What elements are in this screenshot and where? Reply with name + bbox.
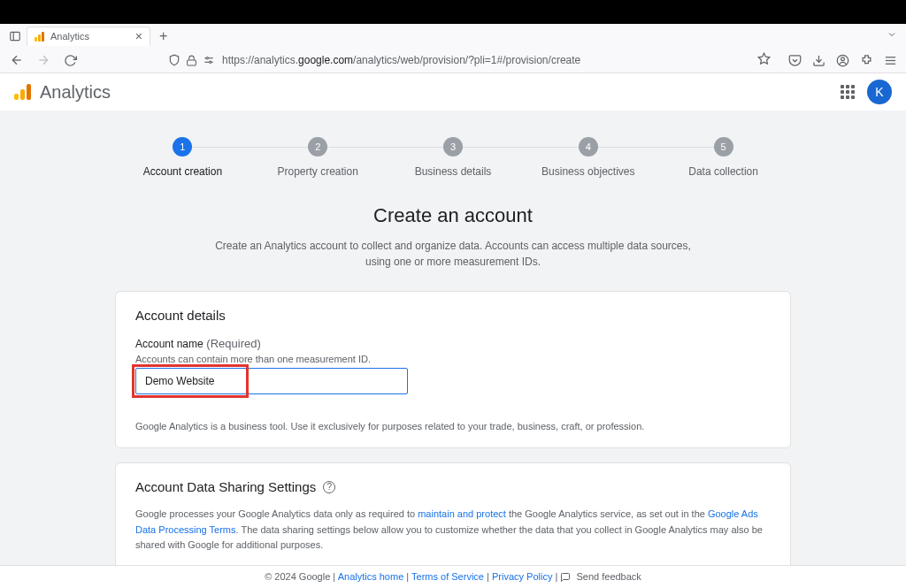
account-name-input[interactable] (135, 368, 408, 394)
svg-point-7 (206, 57, 208, 59)
step-number: 1 (173, 137, 192, 157)
analytics-home-link[interactable]: Analytics home (338, 571, 404, 582)
svg-point-12 (841, 57, 845, 60)
account-name-label: Account name (135, 338, 203, 350)
help-icon[interactable]: ? (323, 481, 335, 493)
required-label: (Required) (203, 337, 261, 350)
tab-bar: Analytics × + (0, 24, 906, 48)
google-apps-icon[interactable] (841, 85, 855, 99)
app-header: Analytics K (0, 73, 906, 111)
step-number: 3 (443, 137, 463, 157)
menu-icon[interactable] (884, 54, 897, 67)
privacy-link[interactable]: Privacy Policy (492, 571, 552, 582)
analytics-favicon-icon (35, 31, 45, 42)
svg-point-8 (210, 61, 211, 63)
pocket-icon[interactable] (788, 54, 802, 67)
page-subtitle: Create an Analytics account to collect a… (205, 238, 701, 270)
maintain-protect-link[interactable]: maintain and protect (418, 508, 506, 519)
bookmark-icon[interactable] (757, 52, 771, 68)
app-title: Analytics (40, 82, 111, 103)
address-bar[interactable]: https://analytics.google.com/analytics/w… (168, 54, 747, 66)
terms-link[interactable]: Terms of Service (411, 571, 484, 582)
card-title: Account Data Sharing Settings (135, 479, 316, 494)
forward-button (35, 52, 51, 68)
main-content: 1 Account creation 2 Property creation 3… (0, 111, 906, 588)
url-text: https://analytics.google.com/analytics/w… (222, 54, 580, 66)
shield-icon[interactable] (168, 54, 180, 66)
step-number: 5 (714, 137, 733, 157)
tab-list-chevron-icon[interactable] (887, 29, 897, 42)
step-label: Business objectives (541, 165, 634, 178)
reload-button[interactable] (62, 52, 78, 68)
step-property-creation: 2 Property creation (250, 137, 386, 178)
user-avatar[interactable]: K (867, 80, 892, 104)
page-title: Create an account (0, 204, 906, 227)
feedback-icon (560, 572, 571, 583)
browser-tab[interactable]: Analytics × (27, 27, 150, 46)
account-name-hint: Accounts can contain more than one measu… (135, 354, 771, 364)
footer: © 2024 Google | Analytics home | Terms o… (0, 565, 906, 588)
back-button[interactable] (9, 52, 25, 68)
card-title: Account details (135, 308, 771, 323)
step-label: Account creation (143, 165, 222, 178)
new-tab-button[interactable]: + (154, 28, 173, 44)
window-top-bar (0, 0, 906, 24)
business-disclaimer: Google Analytics is a business tool. Use… (135, 421, 771, 431)
step-label: Business details (415, 165, 492, 178)
step-label: Data collection (688, 165, 758, 178)
download-icon[interactable] (812, 54, 825, 67)
tab-close-icon[interactable]: × (135, 30, 142, 42)
svg-rect-0 (11, 32, 20, 40)
security-icons (168, 54, 215, 66)
step-number: 2 (308, 137, 327, 157)
account-icon[interactable] (836, 54, 849, 67)
svg-marker-9 (758, 53, 770, 64)
url-bar: https://analytics.google.com/analytics/w… (0, 48, 906, 73)
sharing-paragraph-1: Google processes your Google Analytics d… (135, 507, 771, 554)
account-details-card: Account details Account name (Required) … (115, 291, 791, 448)
step-business-details: 3 Business details (386, 137, 521, 178)
permissions-icon[interactable] (203, 54, 215, 66)
step-label: Property creation (278, 165, 358, 178)
send-feedback-link[interactable]: Send feedback (576, 571, 641, 582)
stepper: 1 Account creation 2 Property creation 3… (0, 137, 906, 204)
lock-icon[interactable] (186, 55, 197, 66)
step-data-collection: 5 Data collection (656, 137, 791, 178)
tab-label: Analytics (50, 31, 89, 42)
step-business-objectives: 4 Business objectives (520, 137, 656, 178)
step-account-creation[interactable]: 1 Account creation (115, 137, 250, 178)
sidebar-toggle-icon[interactable] (7, 28, 23, 44)
analytics-logo-icon (14, 84, 31, 100)
svg-rect-4 (188, 59, 196, 65)
copyright-text: © 2024 Google | (265, 571, 338, 582)
toolbar-right-icons (788, 54, 897, 67)
browser-chrome: Analytics × + https://analytics.google.c… (0, 24, 906, 73)
extensions-icon[interactable] (860, 54, 873, 67)
step-number: 4 (579, 137, 598, 157)
